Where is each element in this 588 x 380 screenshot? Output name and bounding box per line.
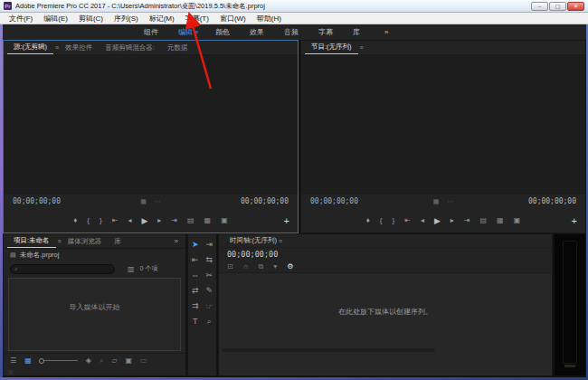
go-to-out-button[interactable]: ⇥ bbox=[464, 216, 470, 224]
new-item-button[interactable]: ▣ bbox=[126, 356, 133, 365]
menu-edit[interactable]: 编辑(E) bbox=[38, 14, 73, 24]
tab-libraries[interactable]: 库 bbox=[108, 234, 128, 248]
track-select-forward-tool[interactable]: ⇥ bbox=[205, 241, 213, 249]
panel-menu-icon[interactable]: ≡ bbox=[279, 238, 282, 244]
panel-overflow-icon[interactable]: » bbox=[175, 237, 182, 245]
workspace-overflow-icon[interactable]: » bbox=[384, 28, 388, 36]
bin-path-icon[interactable]: ▥ bbox=[128, 265, 135, 273]
insert-button[interactable]: ▤ bbox=[187, 216, 194, 224]
source-current-timecode[interactable]: 00;00;00;00 bbox=[13, 197, 61, 205]
menu-file[interactable]: 文件(F) bbox=[4, 14, 38, 24]
close-button[interactable]: ✕ bbox=[567, 2, 584, 11]
panel-menu-icon[interactable]: ≡ bbox=[360, 44, 364, 51]
premiere-window: Pr Adobe Premiere Pro CC 2017 - C:\Users… bbox=[0, 0, 588, 380]
menu-clip[interactable]: 剪辑(C) bbox=[73, 14, 109, 24]
project-item-list[interactable]: 导入媒体以开始 bbox=[8, 278, 181, 351]
tab-media-browser[interactable]: 媒体浏览器 bbox=[62, 234, 109, 248]
automate-to-sequence-button[interactable]: ◈ bbox=[86, 356, 91, 365]
clear-button[interactable]: ▭ bbox=[140, 356, 147, 365]
mark-out-button[interactable]: } bbox=[393, 216, 395, 224]
menu-help[interactable]: 帮助(H) bbox=[251, 14, 287, 24]
timeline-scrollbar[interactable] bbox=[223, 348, 435, 352]
minimize-button[interactable]: – bbox=[531, 2, 548, 11]
search-box[interactable]: ⌕ bbox=[10, 264, 115, 274]
play-button[interactable]: ▶ bbox=[141, 216, 147, 225]
nest-indicator-icon[interactable]: ⊡ bbox=[227, 262, 233, 271]
menu-markers[interactable]: 标记(M) bbox=[144, 14, 180, 24]
audio-meters-panel bbox=[554, 233, 586, 376]
menu-sequence[interactable]: 序列(S) bbox=[109, 14, 144, 24]
mark-in-button[interactable]: { bbox=[87, 216, 90, 224]
export-frame-button[interactable]: ▣ bbox=[514, 216, 521, 224]
ripple-edit-tool[interactable]: ⇤ bbox=[192, 256, 199, 264]
tab-program[interactable]: 节目:(无序列) bbox=[305, 41, 358, 54]
selection-tool[interactable]: ➤ bbox=[192, 241, 199, 249]
workspace-menu-icon[interactable]: ≡ bbox=[194, 29, 205, 35]
workspace-tab-libraries[interactable]: 库 bbox=[343, 27, 370, 37]
type-tool[interactable]: T bbox=[193, 318, 198, 326]
slide-tool[interactable]: ⇉ bbox=[192, 302, 199, 310]
new-bin-button[interactable]: ▱ bbox=[111, 356, 117, 365]
timeline-settings-wrench-icon[interactable]: ⚙ bbox=[287, 262, 293, 271]
hand-tool[interactable]: ☞ bbox=[205, 302, 213, 310]
razor-tool[interactable]: ✂ bbox=[205, 271, 213, 280]
mark-in-button[interactable]: { bbox=[380, 216, 383, 224]
workspace-tab-effects[interactable]: 效果 bbox=[240, 27, 274, 37]
go-to-in-button[interactable]: ⇤ bbox=[112, 216, 119, 224]
menu-window[interactable]: 窗口(W) bbox=[214, 14, 251, 24]
button-editor-plus[interactable]: + bbox=[572, 215, 577, 226]
lift-button[interactable]: ▤ bbox=[480, 216, 488, 224]
thumbnail-zoom-slider[interactable] bbox=[40, 360, 78, 361]
overwrite-button[interactable]: ▦ bbox=[204, 216, 212, 224]
linked-selection-icon[interactable]: ⧉ bbox=[258, 262, 263, 271]
tab-effect-controls[interactable]: 效果控件 bbox=[59, 41, 99, 54]
step-back-button[interactable]: ◂ bbox=[421, 216, 424, 224]
program-current-timecode[interactable]: 00;00;00;00 bbox=[310, 197, 358, 205]
maximize-button[interactable]: ▢ bbox=[549, 2, 566, 11]
project-empty-message: 导入媒体以开始 bbox=[70, 302, 120, 350]
workspace-tab-editing[interactable]: 编辑 bbox=[168, 27, 194, 37]
slider-knob[interactable] bbox=[39, 358, 44, 364]
add-marker-button[interactable]: ♦ bbox=[73, 216, 77, 224]
workspace-tab-color[interactable]: 颜色 bbox=[205, 27, 240, 37]
icon-view-button[interactable]: ▦ bbox=[24, 356, 32, 365]
tab-project[interactable]: 项目:未命名 bbox=[7, 234, 56, 248]
source-fit-menu-icon[interactable]: ▦ bbox=[140, 198, 147, 205]
step-forward-button[interactable]: ▸ bbox=[450, 216, 454, 224]
button-editor-plus[interactable]: + bbox=[284, 215, 289, 226]
step-forward-button[interactable]: ▸ bbox=[157, 216, 161, 224]
source-viewer bbox=[4, 55, 298, 195]
tab-source[interactable]: 源:(无剪辑) bbox=[7, 41, 53, 54]
menu-titles[interactable]: 字幕(T) bbox=[180, 14, 214, 24]
extract-button[interactable]: ▦ bbox=[497, 216, 504, 224]
step-back-button[interactable]: ◂ bbox=[128, 216, 131, 224]
program-settings-menu-icon[interactable]: ⋯ bbox=[447, 198, 453, 205]
workspace-tab-titles[interactable]: 字幕 bbox=[308, 27, 343, 37]
rolling-edit-tool[interactable]: ⇆ bbox=[205, 256, 213, 264]
tab-audio-clip-mixer[interactable]: 音频剪辑混合器: bbox=[99, 41, 161, 54]
go-to-in-button[interactable]: ⇤ bbox=[404, 216, 411, 224]
add-marker-button[interactable]: ♦ bbox=[366, 216, 370, 224]
source-settings-menu-icon[interactable]: ⋯ bbox=[155, 198, 161, 205]
go-to-out-button[interactable]: ⇥ bbox=[171, 216, 177, 224]
export-frame-button[interactable]: ▣ bbox=[221, 216, 228, 224]
workspace-tab-audio[interactable]: 音频 bbox=[274, 27, 308, 37]
zoom-tool[interactable]: ⌕ bbox=[207, 318, 212, 326]
workspace-tab-assembly[interactable]: 组件 bbox=[134, 27, 168, 37]
rate-stretch-tool[interactable]: ⇔ bbox=[191, 271, 199, 280]
list-view-button[interactable]: ☰ bbox=[10, 356, 16, 365]
program-monitor-panel: 节目:(无序列) ≡ 00;00;00;00 ▦ ⋯ 00;00;00;00 ♦… bbox=[300, 40, 586, 233]
add-marker-icon[interactable]: ▾ bbox=[273, 262, 277, 271]
find-button[interactable]: ⌕ bbox=[100, 356, 103, 366]
timeline-track-area[interactable]: 在此处放下媒体以创建序列。 bbox=[219, 273, 552, 375]
search-input[interactable] bbox=[21, 266, 110, 272]
program-fit-menu-icon[interactable]: ▦ bbox=[433, 198, 440, 205]
timeline-timecode[interactable]: 00;00;00;00 bbox=[219, 248, 552, 261]
tab-metadata[interactable]: 元数据 bbox=[161, 41, 194, 54]
mark-out-button[interactable]: } bbox=[100, 216, 102, 224]
tab-timeline[interactable]: 时间轴:(无序列) bbox=[230, 236, 277, 245]
slip-tool[interactable]: ⇄ bbox=[192, 287, 199, 295]
snap-icon[interactable]: ∩ bbox=[243, 262, 249, 271]
play-button[interactable]: ▶ bbox=[434, 216, 441, 225]
pen-tool[interactable]: ✎ bbox=[205, 287, 213, 295]
